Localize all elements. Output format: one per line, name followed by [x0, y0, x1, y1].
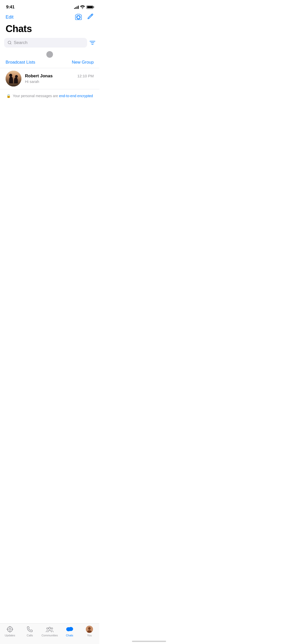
chat-time: 12:10 PM: [77, 74, 94, 78]
search-placeholder: Search: [14, 40, 28, 45]
lock-icon: 🔒: [6, 94, 11, 98]
page-title-section: Chats: [0, 22, 99, 38]
chat-list: Robert Jonas 12:10 PM Hi sarah: [0, 68, 99, 89]
status-time: 9:41: [6, 5, 15, 10]
filter-icon: [90, 40, 95, 45]
header: Edit: [0, 13, 99, 22]
chat-preview: Hi sarah: [25, 79, 39, 84]
encryption-link[interactable]: end-to-end encrypted: [59, 94, 93, 98]
silhouette-head-left: [9, 74, 12, 77]
camera-button[interactable]: [75, 14, 82, 20]
page-title: Chats: [6, 23, 94, 34]
wifi-icon: [80, 5, 85, 9]
quick-links: Broadcast Lists New Group: [0, 60, 99, 68]
battery-icon: [86, 6, 93, 9]
search-row: Search: [0, 38, 99, 50]
search-icon: [8, 41, 12, 45]
avatar: [6, 71, 21, 86]
camera-icon: [75, 14, 82, 20]
edit-button[interactable]: Edit: [6, 14, 13, 20]
compose-icon: [87, 14, 94, 20]
encryption-notice: 🔒 Your personal messages are end-to-end …: [0, 89, 99, 103]
status-bar: 9:41: [0, 0, 99, 13]
chat-info: Robert Jonas 12:10 PM Hi sarah: [25, 74, 94, 84]
scroll-indicator: [0, 50, 99, 60]
new-group-button[interactable]: New Group: [72, 60, 94, 65]
filter-button[interactable]: [90, 40, 95, 45]
broadcast-lists-button[interactable]: Broadcast Lists: [6, 60, 35, 65]
encryption-text: Your personal messages are end-to-end en…: [13, 94, 93, 98]
chat-item[interactable]: Robert Jonas 12:10 PM Hi sarah: [0, 68, 99, 89]
compose-button[interactable]: [87, 14, 94, 20]
header-actions: [75, 14, 94, 20]
signal-icon: [74, 5, 79, 9]
avatar-image: [6, 71, 21, 86]
chat-name: Robert Jonas: [25, 74, 53, 79]
scroll-dot: [46, 51, 53, 58]
chat-name-row: Robert Jonas 12:10 PM: [25, 74, 94, 79]
status-icons: [74, 5, 93, 9]
search-bar[interactable]: Search: [4, 38, 87, 48]
silhouette-head-right: [15, 75, 18, 78]
